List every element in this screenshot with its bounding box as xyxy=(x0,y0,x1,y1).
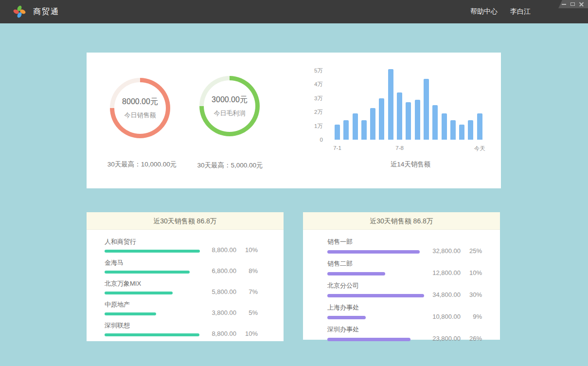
rank-item-name: 北京万象MIX xyxy=(105,279,200,288)
rank-item-percent: 8% xyxy=(236,267,258,274)
maximize-icon xyxy=(570,2,575,6)
rank-item-name: 上海办事处 xyxy=(327,303,425,312)
rank-item-percent: 7% xyxy=(236,288,258,295)
today-summary-card: 8000.00元 今日销售额 30天最高：10,000.00元 3000.00元… xyxy=(87,53,501,188)
daily-sales-bar xyxy=(442,113,447,140)
rank-item-percent: 10% xyxy=(461,269,482,276)
customer-rank-card: 近30天销售额 86.8万 人和商贸行8,800.0010%金海马6,800.0… xyxy=(87,212,284,341)
today-sales-value: 8000.00元 xyxy=(122,97,158,107)
daily-sales-bar xyxy=(468,120,473,140)
daily-sales-bar xyxy=(353,113,358,140)
y-axis-tick: 0 xyxy=(320,136,323,143)
today-sales-gauge: 8000.00元 今日销售额 xyxy=(110,78,170,138)
rank-item-bar xyxy=(327,294,424,297)
sales-chart-caption: 近14天销售额 xyxy=(335,160,486,169)
daily-sales-bar xyxy=(477,113,482,140)
daily-sales-bar xyxy=(450,120,456,140)
rank-item-percent: 5% xyxy=(236,309,258,316)
rank-row: 深圳办事处23,800.0026% xyxy=(327,325,482,341)
rank-item-percent: 30% xyxy=(461,291,482,298)
y-axis-tick: 1万 xyxy=(314,123,323,129)
sales-chart-x-axis: 7-17-8今天 xyxy=(335,145,486,152)
rank-item-name: 销售二部 xyxy=(327,259,425,268)
rank-item-percent: 9% xyxy=(461,313,482,320)
today-profit-footnote: 30天最高：5,000.00元 xyxy=(175,161,285,170)
today-profit-value: 3000.00元 xyxy=(212,95,248,105)
close-button[interactable] xyxy=(579,2,584,6)
rank-item-bar xyxy=(327,338,410,341)
rank-item-amount: 10,800.00 xyxy=(425,313,461,320)
rank-row: 中原地产3,800.005% xyxy=(105,300,258,315)
rank-item-bar xyxy=(327,250,420,254)
rank-item-name: 中原地产 xyxy=(105,300,200,309)
y-axis-tick: 5万 xyxy=(314,67,323,74)
window-controls xyxy=(556,0,588,8)
rank-item-name: 深圳联想 xyxy=(105,321,200,330)
app-title: 商贸通 xyxy=(33,7,59,17)
minimize-button[interactable] xyxy=(562,4,566,5)
rank-row: 深圳联想8,800.0010% xyxy=(105,321,258,336)
dept-rank-list: 销售一部32,800.0025%销售二部12,800.0010%北京分公司34,… xyxy=(303,230,500,341)
rank-row: 销售一部32,800.0025% xyxy=(327,238,482,254)
title-bar: 商贸通 帮助中心 李白江 xyxy=(0,0,588,23)
rank-item-bar xyxy=(327,316,366,319)
rank-row: 北京万象MIX5,800.007% xyxy=(105,279,258,294)
today-profit-label: 今日毛利润 xyxy=(214,109,246,118)
daily-sales-bar xyxy=(406,102,411,140)
dept-rank-card: 近30天销售额 86.8万 销售一部32,800.0025%销售二部12,800… xyxy=(303,212,500,340)
daily-sales-bar xyxy=(361,120,367,140)
daily-sales-bar xyxy=(335,125,340,140)
rank-item-name: 人和商贸行 xyxy=(105,238,200,246)
dept-rank-title: 近30天销售额 86.8万 xyxy=(303,212,500,230)
app-logo-icon xyxy=(13,5,26,18)
rank-row: 上海办事处10,800.009% xyxy=(327,303,482,319)
rank-item-bar xyxy=(327,272,385,275)
rank-item-amount: 34,800.00 xyxy=(425,291,461,298)
x-axis-tick: 今天 xyxy=(474,145,485,152)
rank-item-percent: 25% xyxy=(461,247,482,255)
daily-sales-bar xyxy=(397,92,402,140)
rank-item-amount: 8,800.00 xyxy=(200,330,236,337)
daily-sales-bar xyxy=(388,69,393,140)
today-sales-label: 今日销售额 xyxy=(125,111,156,120)
daily-sales-bar xyxy=(459,125,464,140)
rank-item-bar xyxy=(105,312,156,315)
rank-row: 北京分公司34,800.0030% xyxy=(327,281,482,297)
nav-user-name[interactable]: 李白江 xyxy=(510,7,531,16)
rank-row: 金海马6,800.008% xyxy=(105,258,258,274)
rank-item-name: 金海马 xyxy=(105,258,200,267)
rank-item-amount: 5,800.00 xyxy=(200,288,236,295)
daily-sales-bar xyxy=(379,98,384,140)
minimize-icon xyxy=(562,4,566,5)
y-axis-tick: 4万 xyxy=(314,81,323,88)
x-axis-tick: 7-8 xyxy=(395,145,404,151)
rank-item-bar xyxy=(105,292,173,294)
rank-item-name: 深圳办事处 xyxy=(327,325,425,334)
daily-sales-bar xyxy=(432,105,438,140)
rank-item-bar xyxy=(105,333,199,336)
rank-item-amount: 32,800.00 xyxy=(425,247,461,255)
daily-sales-bar xyxy=(424,79,429,140)
rank-item-percent: 10% xyxy=(236,330,258,337)
daily-sales-bar xyxy=(370,108,375,140)
customer-rank-title: 近30天销售额 86.8万 xyxy=(87,212,284,230)
rank-item-bar xyxy=(105,250,200,253)
today-profit-gauge: 3000.00元 今日毛利润 xyxy=(199,76,260,136)
customer-rank-list: 人和商贸行8,800.0010%金海马6,800.008%北京万象MIX5,80… xyxy=(87,230,284,336)
rank-item-amount: 23,800.00 xyxy=(425,335,461,342)
x-axis-tick: 7-1 xyxy=(333,145,341,151)
rank-item-name: 北京分公司 xyxy=(327,281,425,290)
rank-item-amount: 3,800.00 xyxy=(200,309,236,316)
nav-help-center[interactable]: 帮助中心 xyxy=(470,7,498,16)
sales-14d-bar-chart xyxy=(335,71,486,140)
rank-row: 销售二部12,800.0010% xyxy=(327,259,482,275)
y-axis-tick: 2万 xyxy=(314,109,323,115)
y-axis-tick: 3万 xyxy=(314,95,323,102)
maximize-button[interactable] xyxy=(570,2,575,6)
rank-item-amount: 6,800.00 xyxy=(200,267,236,274)
rank-item-percent: 10% xyxy=(236,246,258,254)
top-nav: 帮助中心 李白江 xyxy=(470,7,531,16)
rank-item-amount: 12,800.00 xyxy=(425,269,461,276)
rank-item-percent: 26% xyxy=(461,335,482,342)
rank-item-name: 销售一部 xyxy=(327,238,425,246)
